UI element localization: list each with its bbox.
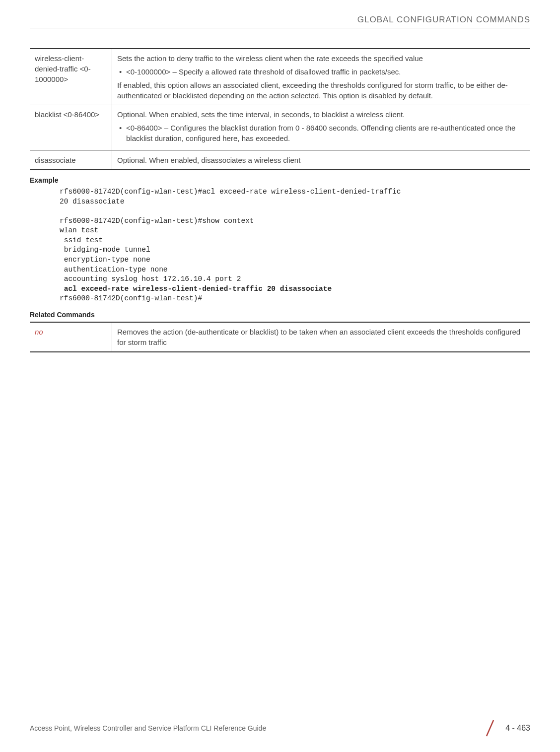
code-block: rfs6000-81742D(config-wlan-test)#acl exc… xyxy=(60,187,530,304)
page-number: 4 - 463 xyxy=(505,724,530,733)
table-row: wireless-client-denied-traffic <0-100000… xyxy=(30,49,530,105)
desc-cell: Optional. When enabled, sets the time in… xyxy=(112,105,531,151)
related-heading: Related Commands xyxy=(30,311,530,319)
code-line: ssid test xyxy=(60,236,103,244)
desc-intro: Optional. When enabled, disassociates a … xyxy=(117,155,525,165)
code-line: accounting syslog host 172.16.10.4 port … xyxy=(60,275,241,283)
page-container: GLOBAL CONFIGURATION COMMANDS wireless-c… xyxy=(0,0,560,752)
code-line: encryption-type none xyxy=(60,256,150,264)
header-title: GLOBAL CONFIGURATION COMMANDS xyxy=(357,15,530,24)
desc-intro: Optional. When enabled, sets the time in… xyxy=(117,109,525,120)
page-header: GLOBAL CONFIGURATION COMMANDS xyxy=(30,15,530,28)
svg-line-0 xyxy=(487,720,493,736)
code-line: rfs6000-81742D(config-wlan-test)#show co… xyxy=(60,217,254,225)
table-row: blacklist <0-86400> Optional. When enabl… xyxy=(30,105,530,151)
code-line: wlan test xyxy=(60,226,98,234)
code-line: rfs6000-81742D(config-wlan-test)#acl exc… xyxy=(60,188,401,196)
param-cell: wireless-client-denied-traffic <0-100000… xyxy=(30,49,112,105)
table-row: no Removes the action (de-authenticate o… xyxy=(30,322,530,352)
code-line-bold: acl exceed-rate wireless-client-denied-t… xyxy=(60,285,332,293)
footer-right: 4 - 463 xyxy=(483,719,530,737)
desc-cell: Sets the action to deny traffic to the w… xyxy=(112,49,531,105)
desc-bullet: <0-1000000> – Specify a allowed rate thr… xyxy=(117,67,525,77)
parameter-table: wireless-client-denied-traffic <0-100000… xyxy=(30,48,530,170)
param-cell: blacklist <0-86400> xyxy=(30,105,112,151)
code-line: bridging-mode tunnel xyxy=(60,246,150,254)
related-cmd-cell: no xyxy=(30,322,112,352)
code-line: authentication-type none xyxy=(60,266,168,273)
desc-bullet: <0-86400> – Configures the blacklist dur… xyxy=(117,123,525,143)
related-commands-table: no Removes the action (de-authenticate o… xyxy=(30,322,530,352)
page-footer: Access Point, Wireless Controller and Se… xyxy=(30,719,530,737)
related-cmd-link[interactable]: no xyxy=(35,328,43,336)
related-desc-cell: Removes the action (de-authenticate or b… xyxy=(112,322,531,352)
example-heading: Example xyxy=(30,176,530,184)
footer-slash-icon xyxy=(483,719,496,737)
desc-intro: Sets the action to deny traffic to the w… xyxy=(117,53,525,64)
footer-left: Access Point, Wireless Controller and Se… xyxy=(30,724,266,732)
param-cell: disassociate xyxy=(30,151,112,170)
code-line: 20 disassociate xyxy=(60,198,125,205)
desc-cell: Optional. When enabled, disassociates a … xyxy=(112,151,531,170)
desc-outro: If enabled, this option allows an associ… xyxy=(117,80,525,101)
code-line: rfs6000-81742D(config-wlan-test)# xyxy=(60,294,202,302)
table-row: disassociate Optional. When enabled, dis… xyxy=(30,151,530,170)
